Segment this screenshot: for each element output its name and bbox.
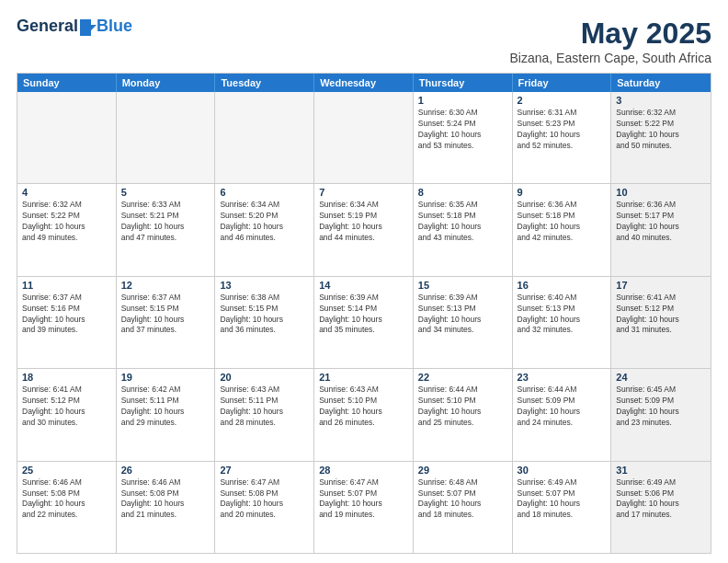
- cell-info: Sunrise: 6:41 AM Sunset: 5:12 PM Dayligh…: [22, 385, 111, 429]
- day-cell-21: 21Sunrise: 6:43 AM Sunset: 5:10 PM Dayli…: [314, 369, 414, 460]
- day-cell-14: 14Sunrise: 6:39 AM Sunset: 5:14 PM Dayli…: [314, 277, 414, 368]
- cell-info: Sunrise: 6:41 AM Sunset: 5:12 PM Dayligh…: [616, 293, 706, 337]
- calendar-week-3: 11Sunrise: 6:37 AM Sunset: 5:16 PM Dayli…: [17, 276, 711, 368]
- header: GeneralBlue May 2025 Bizana, Eastern Cap…: [17, 17, 711, 65]
- day-number: 22: [418, 372, 507, 383]
- cell-info: Sunrise: 6:46 AM Sunset: 5:08 PM Dayligh…: [22, 477, 111, 522]
- day-number: 9: [518, 187, 607, 198]
- day-number: 1: [418, 95, 507, 106]
- day-number: 10: [616, 187, 706, 198]
- day-number: 28: [319, 465, 408, 476]
- day-cell-15: 15Sunrise: 6:39 AM Sunset: 5:13 PM Dayli…: [414, 277, 513, 368]
- day-number: 30: [518, 465, 607, 476]
- day-cell-22: 22Sunrise: 6:44 AM Sunset: 5:10 PM Dayli…: [414, 369, 513, 460]
- cell-info: Sunrise: 6:32 AM Sunset: 5:22 PM Dayligh…: [22, 200, 111, 244]
- day-cell-25: 25Sunrise: 6:46 AM Sunset: 5:08 PM Dayli…: [17, 462, 117, 553]
- cell-info: Sunrise: 6:36 AM Sunset: 5:17 PM Dayligh…: [616, 200, 706, 244]
- month-title: May 2025: [510, 17, 711, 51]
- logo: GeneralBlue: [17, 17, 132, 36]
- day-number: 19: [121, 372, 210, 383]
- day-cell-3: 3Sunrise: 6:32 AM Sunset: 5:22 PM Daylig…: [611, 92, 711, 183]
- day-number: 3: [616, 95, 706, 106]
- day-number: 6: [220, 187, 309, 198]
- day-cell-18: 18Sunrise: 6:41 AM Sunset: 5:12 PM Dayli…: [17, 369, 117, 460]
- day-number: 12: [121, 280, 210, 291]
- day-number: 25: [22, 465, 111, 476]
- day-number: 4: [22, 187, 111, 198]
- logo-icon: [78, 17, 97, 36]
- calendar-week-5: 25Sunrise: 6:46 AM Sunset: 5:08 PM Dayli…: [17, 461, 711, 553]
- calendar-body: 1Sunrise: 6:30 AM Sunset: 5:24 PM Daylig…: [17, 92, 711, 553]
- cell-info: Sunrise: 6:30 AM Sunset: 5:24 PM Dayligh…: [418, 108, 507, 152]
- day-number: 15: [418, 280, 507, 291]
- day-cell-30: 30Sunrise: 6:49 AM Sunset: 5:07 PM Dayli…: [513, 462, 612, 553]
- cell-info: Sunrise: 6:40 AM Sunset: 5:13 PM Dayligh…: [518, 293, 607, 337]
- day-header-tuesday: Tuesday: [215, 74, 314, 92]
- day-number: 23: [518, 372, 607, 383]
- day-cell-28: 28Sunrise: 6:47 AM Sunset: 5:07 PM Dayli…: [314, 462, 414, 553]
- page: GeneralBlue May 2025 Bizana, Eastern Cap…: [0, 0, 728, 563]
- day-number: 2: [518, 95, 607, 106]
- day-number: 18: [22, 372, 111, 383]
- logo-text: GeneralBlue: [17, 17, 132, 36]
- day-header-thursday: Thursday: [414, 74, 513, 92]
- calendar-week-1: 1Sunrise: 6:30 AM Sunset: 5:24 PM Daylig…: [17, 92, 711, 183]
- logo-general: General: [17, 17, 78, 36]
- cell-info: Sunrise: 6:44 AM Sunset: 5:09 PM Dayligh…: [518, 385, 607, 429]
- cell-info: Sunrise: 6:32 AM Sunset: 5:22 PM Dayligh…: [616, 108, 706, 152]
- svg-marker-0: [80, 19, 97, 36]
- day-number: 31: [616, 465, 706, 476]
- day-number: 21: [319, 372, 408, 383]
- day-header-sunday: Sunday: [17, 74, 117, 92]
- day-number: 26: [121, 465, 210, 476]
- day-number: 5: [121, 187, 210, 198]
- day-cell-7: 7Sunrise: 6:34 AM Sunset: 5:19 PM Daylig…: [314, 184, 414, 275]
- cell-info: Sunrise: 6:45 AM Sunset: 5:09 PM Dayligh…: [616, 385, 706, 429]
- day-cell-19: 19Sunrise: 6:42 AM Sunset: 5:11 PM Dayli…: [117, 369, 216, 460]
- cell-info: Sunrise: 6:47 AM Sunset: 5:08 PM Dayligh…: [220, 477, 309, 522]
- day-cell-29: 29Sunrise: 6:48 AM Sunset: 5:07 PM Dayli…: [414, 462, 513, 553]
- calendar-header: SundayMondayTuesdayWednesdayThursdayFrid…: [17, 74, 711, 92]
- day-cell-24: 24Sunrise: 6:45 AM Sunset: 5:09 PM Dayli…: [611, 369, 711, 460]
- day-header-friday: Friday: [513, 74, 612, 92]
- cell-info: Sunrise: 6:37 AM Sunset: 5:16 PM Dayligh…: [22, 293, 111, 337]
- day-cell-5: 5Sunrise: 6:33 AM Sunset: 5:21 PM Daylig…: [117, 184, 216, 275]
- cell-info: Sunrise: 6:33 AM Sunset: 5:21 PM Dayligh…: [121, 200, 210, 244]
- day-number: 8: [418, 187, 507, 198]
- cell-info: Sunrise: 6:36 AM Sunset: 5:18 PM Dayligh…: [518, 200, 607, 244]
- empty-cell: [117, 92, 216, 183]
- empty-cell: [314, 92, 414, 183]
- calendar: SundayMondayTuesdayWednesdayThursdayFrid…: [17, 73, 711, 554]
- day-cell-9: 9Sunrise: 6:36 AM Sunset: 5:18 PM Daylig…: [513, 184, 612, 275]
- cell-info: Sunrise: 6:42 AM Sunset: 5:11 PM Dayligh…: [121, 385, 210, 429]
- cell-info: Sunrise: 6:38 AM Sunset: 5:15 PM Dayligh…: [220, 293, 309, 337]
- day-number: 17: [616, 280, 706, 291]
- cell-info: Sunrise: 6:48 AM Sunset: 5:07 PM Dayligh…: [418, 477, 507, 522]
- empty-cell: [17, 92, 117, 183]
- day-number: 13: [220, 280, 309, 291]
- day-cell-10: 10Sunrise: 6:36 AM Sunset: 5:17 PM Dayli…: [611, 184, 711, 275]
- day-cell-16: 16Sunrise: 6:40 AM Sunset: 5:13 PM Dayli…: [513, 277, 612, 368]
- empty-cell: [215, 92, 314, 183]
- calendar-week-4: 18Sunrise: 6:41 AM Sunset: 5:12 PM Dayli…: [17, 368, 711, 460]
- day-number: 20: [220, 372, 309, 383]
- cell-info: Sunrise: 6:31 AM Sunset: 5:23 PM Dayligh…: [518, 108, 607, 152]
- cell-info: Sunrise: 6:49 AM Sunset: 5:07 PM Dayligh…: [518, 477, 607, 522]
- cell-info: Sunrise: 6:47 AM Sunset: 5:07 PM Dayligh…: [319, 477, 408, 522]
- day-number: 11: [22, 280, 111, 291]
- day-cell-4: 4Sunrise: 6:32 AM Sunset: 5:22 PM Daylig…: [17, 184, 117, 275]
- cell-info: Sunrise: 6:43 AM Sunset: 5:11 PM Dayligh…: [220, 385, 309, 429]
- cell-info: Sunrise: 6:43 AM Sunset: 5:10 PM Dayligh…: [319, 385, 408, 429]
- cell-info: Sunrise: 6:37 AM Sunset: 5:15 PM Dayligh…: [121, 293, 210, 337]
- day-header-saturday: Saturday: [611, 74, 711, 92]
- day-number: 29: [418, 465, 507, 476]
- day-cell-23: 23Sunrise: 6:44 AM Sunset: 5:09 PM Dayli…: [513, 369, 612, 460]
- cell-info: Sunrise: 6:44 AM Sunset: 5:10 PM Dayligh…: [418, 385, 507, 429]
- logo-blue: Blue: [97, 17, 132, 36]
- day-cell-6: 6Sunrise: 6:34 AM Sunset: 5:20 PM Daylig…: [215, 184, 314, 275]
- day-cell-11: 11Sunrise: 6:37 AM Sunset: 5:16 PM Dayli…: [17, 277, 117, 368]
- day-cell-13: 13Sunrise: 6:38 AM Sunset: 5:15 PM Dayli…: [215, 277, 314, 368]
- day-cell-27: 27Sunrise: 6:47 AM Sunset: 5:08 PM Dayli…: [215, 462, 314, 553]
- day-header-monday: Monday: [117, 74, 216, 92]
- day-cell-2: 2Sunrise: 6:31 AM Sunset: 5:23 PM Daylig…: [513, 92, 612, 183]
